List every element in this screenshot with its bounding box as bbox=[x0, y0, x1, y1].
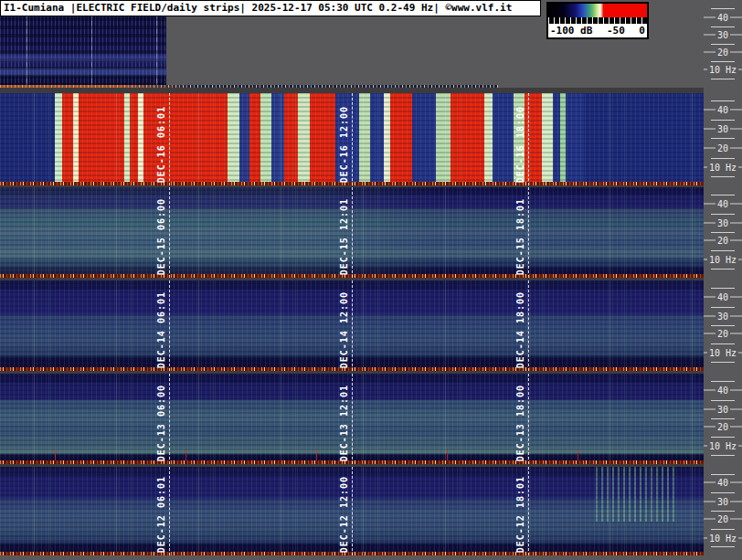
freq-tick-label: 30 bbox=[717, 404, 728, 414]
colorbar-max-label: 0 bbox=[639, 25, 645, 37]
spectrogram-strip-dec-14: DEC-14 06:01 DEC-14 12:00 DEC-14 18:00 bbox=[0, 280, 704, 371]
freq-tick-label: 10 Hz bbox=[709, 65, 737, 75]
title-bar: I1-Cumiana |ELECTRIC FIELD/daily strips|… bbox=[0, 0, 541, 16]
time-marker-0600: DEC-12 06:01 bbox=[169, 467, 170, 555]
time-marker-1200: DEC-15 12:01 bbox=[352, 187, 353, 278]
freq-tick-label: 10 Hz bbox=[709, 348, 737, 358]
colorbar-gradient bbox=[548, 4, 647, 17]
freq-tick-label: 40 bbox=[717, 12, 728, 22]
freq-tick-label: 40 bbox=[717, 105, 728, 115]
time-marker-0600: DEC-14 06:01 bbox=[169, 280, 170, 371]
freq-axis-strip-5: 40 30 20 10 Hz bbox=[704, 374, 742, 464]
freq-tick-label: 30 bbox=[717, 124, 728, 134]
freq-tick-label: 30 bbox=[717, 496, 728, 506]
freq-tick-label: 20 bbox=[717, 236, 728, 246]
freq-tick-label: 40 bbox=[717, 478, 728, 488]
time-marker-label: DEC-15 06:00 bbox=[156, 198, 166, 275]
time-marker-label: DEC-12 06:01 bbox=[156, 476, 166, 553]
freq-tick-label: 10 Hz bbox=[709, 533, 737, 543]
spectrogram-strip-dec-16: DEC-16 06:01 DEC-16 12:00 DEC-16 18:00 bbox=[0, 93, 704, 185]
spectrogram-strip-dec-12: DEC-12 06:01 DEC-12 12:00 DEC-12 18:01 bbox=[0, 467, 704, 555]
colorbar-min-label: -100 dB bbox=[550, 25, 592, 37]
time-marker-1800: DEC-16 18:00 bbox=[528, 93, 529, 185]
time-marker-1800: DEC-12 18:01 bbox=[528, 467, 529, 555]
freq-tick-label: 20 bbox=[717, 422, 728, 432]
time-marker-1200: DEC-14 12:00 bbox=[352, 280, 353, 371]
time-marker-1200: DEC-16 12:00 bbox=[352, 93, 353, 185]
freq-axis-strip-4: 40 30 20 10 Hz bbox=[704, 280, 742, 371]
time-marker-label: DEC-14 12:00 bbox=[339, 291, 349, 368]
time-marker-label: DEC-12 12:00 bbox=[339, 476, 349, 553]
time-marker-1800: DEC-14 18:00 bbox=[528, 280, 529, 371]
colorbar-legend: -100 dB -50 0 bbox=[546, 2, 649, 39]
freq-tick-label: 20 bbox=[717, 514, 728, 524]
time-marker-1800: DEC-15 18:01 bbox=[528, 187, 529, 278]
time-marker-label: DEC-13 06:00 bbox=[156, 385, 166, 461]
time-marker-0600: DEC-16 06:01 bbox=[169, 93, 170, 185]
time-marker-label: DEC-13 12:01 bbox=[339, 385, 349, 461]
freq-tick-label: 10 Hz bbox=[709, 162, 737, 172]
freq-axis-strip-6: 40 30 20 10 Hz bbox=[704, 467, 742, 555]
freq-tick-label: 10 Hz bbox=[709, 255, 737, 265]
freq-tick-label: 30 bbox=[717, 217, 728, 227]
time-marker-0600: DEC-13 06:00 bbox=[169, 374, 170, 464]
spectrogram-strip-dec-15: DEC-15 06:00 DEC-15 12:01 DEC-15 18:01 bbox=[0, 187, 704, 278]
colorbar-ticks bbox=[548, 17, 647, 24]
time-marker-label: DEC-16 18:00 bbox=[515, 106, 525, 183]
freq-tick-label: 40 bbox=[717, 385, 728, 395]
freq-axis-strip-2: 40 30 20 10 Hz bbox=[704, 93, 742, 185]
freq-tick-label: 30 bbox=[717, 311, 728, 321]
time-marker-1200: DEC-13 12:01 bbox=[352, 374, 353, 464]
freq-tick-label: 20 bbox=[717, 143, 728, 153]
colorbar-labels: -100 dB -50 0 bbox=[548, 24, 647, 37]
freq-tick-label: 30 bbox=[717, 30, 728, 40]
freq-tick-label: 10 Hz bbox=[709, 441, 737, 451]
time-marker-label: DEC-14 18:00 bbox=[515, 291, 525, 368]
time-marker-label: DEC-14 06:01 bbox=[156, 291, 166, 368]
time-marker-label: DEC-13 18:00 bbox=[515, 385, 525, 461]
colorbar-mid-label: -50 bbox=[607, 25, 625, 37]
freq-tick-label: 20 bbox=[717, 47, 728, 57]
time-marker-1800: DEC-13 18:00 bbox=[528, 374, 529, 464]
time-marker-0600: DEC-15 06:00 bbox=[169, 187, 170, 278]
freq-tick-label: 20 bbox=[717, 329, 728, 339]
freq-axis-strip-1: 40 30 20 10 Hz bbox=[704, 2, 742, 87]
freq-axis-strip-3: 40 30 20 10 Hz bbox=[704, 187, 742, 278]
time-marker-label: DEC-15 18:01 bbox=[515, 198, 525, 275]
time-marker-1200: DEC-12 12:00 bbox=[352, 467, 353, 555]
freq-tick-label: 40 bbox=[717, 198, 728, 208]
spectrogram-strip-dec-13: DEC-13 06:00 DEC-13 12:01 DEC-13 18:00 bbox=[0, 374, 704, 464]
time-marker-label: DEC-16 06:01 bbox=[156, 106, 166, 183]
freq-tick-label: 40 bbox=[717, 291, 728, 301]
time-marker-label: DEC-15 12:01 bbox=[339, 198, 349, 275]
vlf-spectrogram-page: 40 30 20 10 Hz DEC-16 06:01 DEC-16 12:00… bbox=[0, 0, 742, 560]
time-marker-label: DEC-12 18:01 bbox=[515, 476, 525, 553]
time-marker-label: DEC-16 12:00 bbox=[339, 106, 349, 183]
